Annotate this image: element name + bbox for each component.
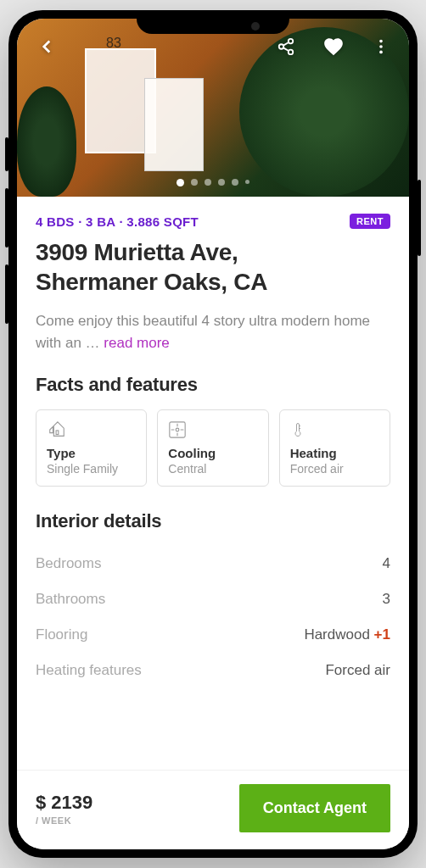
more-indicator[interactable]: +1	[374, 626, 390, 643]
listing-meta: 4 BDS · 3 BA · 3.886 SQFT	[36, 214, 199, 229]
price: $ 2139	[36, 792, 92, 814]
fact-label: Cooling	[168, 446, 257, 460]
carousel-dots[interactable]	[177, 179, 249, 186]
fact-value: Single Family	[47, 462, 136, 476]
fact-card-type[interactable]: Type Single Family	[36, 409, 147, 487]
svg-point-7	[379, 51, 383, 54]
facts-heading: Facts and features	[36, 374, 390, 396]
back-button[interactable]	[32, 32, 61, 64]
read-more-link[interactable]: read more	[104, 335, 169, 351]
detail-row: Bedrooms4	[36, 546, 390, 581]
page-title: 3909 Murietta Ave,Shermaner Oaks, CA	[36, 237, 390, 297]
svg-point-6	[379, 45, 383, 48]
svg-line-4	[283, 42, 289, 46]
description: Come enjoy this beautiful 4 story ultra …	[36, 310, 390, 353]
svg-rect-8	[56, 431, 59, 435]
detail-row: FlooringHardwood +1	[36, 617, 390, 653]
svg-point-5	[379, 40, 383, 43]
detail-row: Bathrooms3	[36, 581, 390, 617]
fact-value: Forced air	[290, 462, 379, 476]
fan-icon	[168, 420, 257, 441]
footer-bar: $ 2139 / WEEK Contact Agent	[17, 770, 409, 849]
facts-cards: Type Single Family Cooling Central Heati…	[36, 409, 390, 487]
svg-point-2	[289, 50, 294, 54]
more-button[interactable]	[368, 34, 394, 62]
content-scroll[interactable]: 4 BDS · 3 BA · 3.886 SQFT RENT 3909 Muri…	[17, 197, 409, 849]
interior-list: Bedrooms4 Bathrooms3 FlooringHardwood +1…	[36, 546, 390, 688]
hero-image[interactable]	[17, 19, 409, 197]
thermometer-icon	[290, 420, 379, 441]
detail-row: Heating featuresForced air	[36, 653, 390, 688]
svg-point-1	[279, 44, 284, 49]
fact-card-cooling[interactable]: Cooling Central	[157, 409, 268, 487]
svg-point-0	[289, 39, 294, 44]
svg-line-3	[283, 47, 289, 51]
status-badge: RENT	[350, 214, 390, 229]
fact-label: Type	[47, 446, 136, 460]
contact-agent-button[interactable]: Contact Agent	[239, 784, 390, 832]
fact-card-heating[interactable]: Heating Forced air	[279, 409, 390, 487]
favorite-button[interactable]	[319, 32, 348, 64]
fact-value: Central	[168, 462, 257, 476]
svg-point-10	[176, 428, 179, 431]
share-button[interactable]	[273, 34, 299, 62]
price-period: / WEEK	[36, 815, 92, 826]
fact-label: Heating	[290, 446, 379, 460]
house-icon	[47, 420, 136, 441]
interior-heading: Interior details	[36, 510, 390, 532]
price-block: $ 2139 / WEEK	[36, 792, 92, 826]
